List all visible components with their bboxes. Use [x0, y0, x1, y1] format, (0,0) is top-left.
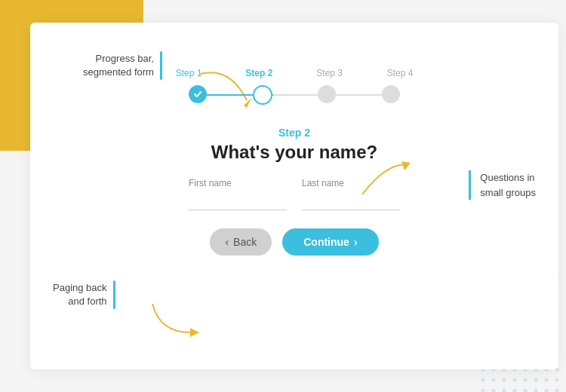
step-indicator: Step 2	[278, 127, 310, 139]
continue-chevron-icon: ›	[354, 236, 358, 248]
svg-point-100	[524, 389, 528, 393]
step-4-label: Step 4	[377, 68, 423, 78]
svg-point-98	[503, 389, 506, 393]
svg-point-88	[481, 378, 485, 382]
arrow-questions-icon	[355, 157, 415, 202]
svg-point-91	[513, 378, 517, 382]
step-4-circle	[382, 85, 400, 103]
steps-track	[166, 84, 423, 106]
main-card: Progress bar, segmented form Step 1 Step…	[30, 23, 558, 369]
svg-marker-106	[190, 328, 199, 337]
step-2-circle	[253, 85, 272, 105]
form-section: Step 2 What's your name? First name Last…	[68, 127, 521, 256]
first-name-input[interactable]	[189, 191, 287, 210]
svg-point-96	[481, 389, 485, 393]
first-name-field: First name	[189, 178, 287, 210]
form-title: What's your name?	[211, 142, 377, 163]
svg-point-93	[534, 378, 538, 382]
svg-point-92	[524, 378, 528, 382]
svg-point-101	[534, 389, 538, 393]
svg-point-99	[513, 389, 517, 393]
svg-point-102	[545, 389, 549, 393]
svg-point-103	[555, 389, 559, 393]
back-chevron-icon: ‹	[225, 236, 229, 248]
step-1-circle	[189, 85, 207, 103]
annotation-paging: Paging back and forth	[53, 280, 115, 309]
continue-button[interactable]: Continue ›	[282, 228, 378, 256]
buttons-row: ‹ Back Continue ›	[210, 228, 378, 256]
annotation-progress-text: Progress bar, segmented form	[83, 52, 154, 79]
back-button-label: Back	[233, 236, 257, 248]
svg-point-89	[492, 378, 496, 382]
annotation-progress-bar: Progress bar, segmented form	[83, 51, 162, 80]
svg-point-97	[492, 389, 496, 393]
step-3-circle	[318, 85, 336, 103]
svg-point-90	[503, 378, 506, 382]
step-3-label: Step 3	[307, 68, 352, 78]
annotation-paging-text: Paging back and forth	[53, 281, 107, 308]
first-name-label: First name	[189, 178, 287, 188]
back-button[interactable]: ‹ Back	[210, 228, 272, 256]
svg-point-94	[545, 378, 549, 382]
arrow-paging-icon	[145, 296, 205, 338]
annotation-paging-bar-divider	[113, 280, 115, 309]
continue-button-label: Continue	[303, 236, 349, 248]
svg-marker-105	[401, 161, 411, 170]
annotation-questions-text: Questions in small groups	[480, 172, 536, 198]
svg-point-95	[555, 378, 559, 382]
step-circles	[166, 85, 423, 105]
annotation-questions: Questions in small groups	[469, 170, 536, 200]
annotation-bar-divider	[160, 51, 162, 80]
